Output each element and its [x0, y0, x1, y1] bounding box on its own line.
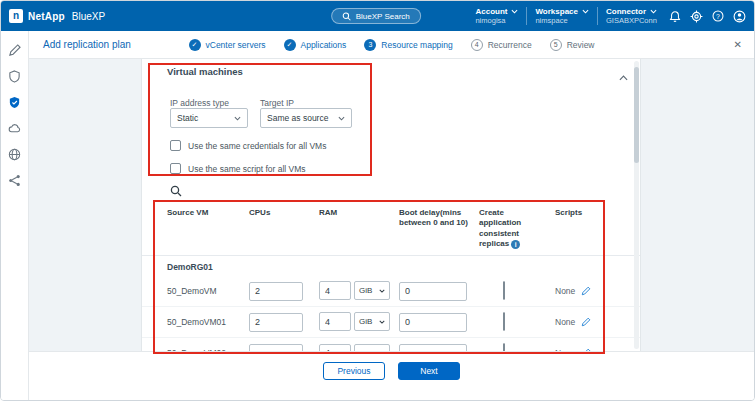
step-review[interactable]: 5 Review — [550, 39, 595, 51]
sidebar-item-mobility-cloud-icon[interactable] — [8, 121, 22, 135]
wizard-header: Add replication plan ✓ vCenter servers ✓… — [29, 31, 754, 59]
consistent-replica-checkbox[interactable] — [503, 312, 505, 331]
checkbox-box — [170, 140, 181, 151]
resource-mapping-panel: Virtual machines IP address type Target … — [141, 59, 641, 353]
bluexp-search[interactable]: BlueXP Search — [331, 8, 421, 24]
step-number-badge: 3 — [364, 39, 376, 51]
consistent-replica-checkbox[interactable] — [503, 281, 505, 300]
step-recurrence[interactable]: 4 Recurrence — [471, 39, 532, 51]
chevron-down-icon — [650, 9, 657, 14]
ram-unit-select[interactable]: GiB — [354, 312, 390, 331]
step-number-badge: 5 — [550, 39, 562, 51]
cpus-input[interactable] — [249, 282, 303, 301]
left-sidebar — [1, 31, 29, 400]
user-avatar[interactable] — [733, 10, 746, 23]
collapse-section-chevron-up-icon[interactable] — [619, 67, 628, 85]
sidebar-item-governance-shield-icon[interactable] — [8, 69, 22, 83]
divider — [597, 7, 598, 25]
scripts-value: None — [555, 286, 575, 296]
step-applications[interactable]: ✓ Applications — [283, 39, 346, 51]
edit-script-pencil-icon[interactable] — [581, 317, 591, 327]
brand-product: BlueXP — [72, 11, 105, 22]
vm-table-row: 50_DemoVM01 GiB None — [142, 307, 640, 338]
brand[interactable]: n NetApp BlueXP — [9, 1, 105, 31]
main-content: Virtual machines IP address type Target … — [29, 59, 754, 351]
scripts-value: None — [555, 317, 575, 327]
ram-unit-select[interactable]: GiB — [354, 281, 390, 300]
notifications-bell-icon[interactable] — [669, 10, 681, 23]
workspace-menu[interactable]: Workspace nimspace — [535, 8, 589, 25]
same-script-checkbox[interactable]: Use the same script for all VMs — [170, 163, 306, 174]
boot-delay-input[interactable] — [399, 282, 467, 301]
search-placeholder: BlueXP Search — [356, 12, 410, 21]
chevron-down-icon — [379, 289, 385, 293]
sidebar-item-share-icon[interactable] — [8, 173, 22, 187]
next-button[interactable]: Next — [398, 362, 460, 380]
netapp-logo-icon: n — [9, 9, 23, 23]
chevron-down-icon — [338, 116, 345, 121]
target-ip-select[interactable]: Same as source — [260, 108, 352, 128]
bluexp-app: n NetApp BlueXP BlueXP Search Account ni… — [0, 0, 755, 401]
boot-delay-input[interactable] — [399, 313, 467, 332]
ram-input[interactable] — [319, 312, 351, 331]
source-vm-name: 50_DemoVM01 — [167, 317, 249, 327]
settings-gear-icon[interactable] — [690, 10, 703, 23]
section-title: Virtual machines — [167, 66, 243, 77]
cpus-input[interactable] — [249, 313, 303, 332]
sidebar-item-canvas-pencil-icon[interactable] — [8, 43, 22, 57]
step-number-badge: 4 — [471, 39, 483, 51]
search-icon — [342, 12, 351, 21]
top-header: n NetApp BlueXP BlueXP Search Account ni… — [1, 1, 754, 31]
vm-table-search-icon[interactable] — [170, 183, 182, 201]
divider — [526, 7, 527, 25]
step-resource-mapping[interactable]: 3 Resource mapping — [364, 39, 452, 51]
vm-table: Source VM CPUs RAM Boot delay(mins betwe… — [142, 202, 640, 369]
close-icon[interactable]: ✕ — [734, 40, 742, 50]
edit-script-pencil-icon[interactable] — [581, 286, 591, 296]
step-vcenter-servers[interactable]: ✓ vCenter servers — [188, 39, 265, 51]
chevron-down-icon — [511, 9, 518, 14]
brand-name: NetApp — [28, 11, 65, 22]
wizard-footer: Previous Next — [29, 351, 754, 400]
step-check-icon: ✓ — [188, 39, 200, 51]
ip-address-type-select[interactable]: Static — [170, 108, 248, 128]
page-title: Add replication plan — [43, 39, 131, 50]
vm-table-header: Source VM CPUs RAM Boot delay(mins betwe… — [142, 202, 640, 256]
vm-group-row: DemoRG01 — [142, 256, 640, 276]
help-icon[interactable]: ? — [712, 10, 724, 22]
svg-text:?: ? — [716, 13, 720, 20]
scrollbar-thumb[interactable] — [634, 67, 639, 163]
sidebar-item-protection-shield-icon[interactable] — [8, 95, 22, 109]
checkbox-box — [170, 163, 181, 174]
previous-button[interactable]: Previous — [323, 362, 385, 380]
ram-input[interactable] — [319, 281, 351, 300]
vertical-scrollbar[interactable] — [634, 61, 639, 349]
target-ip-label: Target IP — [260, 98, 294, 108]
info-icon[interactable]: i — [511, 240, 520, 249]
ip-address-type-label: IP address type — [170, 98, 229, 108]
same-credentials-checkbox[interactable]: Use the same credentials for all VMs — [170, 140, 326, 151]
chevron-down-icon — [234, 116, 241, 121]
chevron-down-icon — [582, 9, 589, 14]
step-check-icon: ✓ — [283, 39, 295, 51]
wizard-stepper: ✓ vCenter servers ✓ Applications 3 Resou… — [188, 39, 594, 51]
connector-menu[interactable]: Connector GISABXPConn — [606, 8, 657, 25]
sidebar-item-globe-icon[interactable] — [8, 147, 22, 161]
vm-table-row: 50_DemoVM GiB None — [142, 276, 640, 307]
source-vm-name: 50_DemoVM — [167, 286, 249, 296]
chevron-down-icon — [379, 320, 385, 324]
account-menu[interactable]: Account nimogisa — [475, 8, 518, 25]
